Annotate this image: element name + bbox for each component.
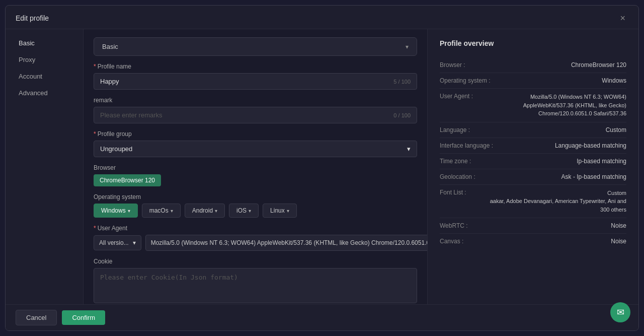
os-ios-label: iOS <box>236 207 247 214</box>
overview-row: Font List :Custom aakar, Adobe Devanagar… <box>440 185 626 219</box>
overview-row: Canvas :Noise <box>440 234 626 249</box>
profile-name-char-count: 5 / 100 <box>393 79 411 85</box>
profile-name-field: *Profile name 5 / 100 <box>94 63 417 90</box>
overview-row: Time zone :Ip-based matching <box>440 154 626 169</box>
os-android-label: Android <box>192 207 213 214</box>
cancel-button[interactable]: Cancel <box>16 310 57 325</box>
os-btn-windows[interactable]: Windows ▾ <box>94 204 138 218</box>
overview-row: User Agent :Mozilla/5.0 (Windows NT 6.3;… <box>440 89 626 122</box>
profile-group-select[interactable]: Ungrouped ▾ <box>94 141 417 157</box>
overview-key: Interface language : <box>440 142 493 149</box>
os-field: Operating system Windows ▾ macOs ▾ Andro… <box>94 193 417 218</box>
modal-title: Edit profile <box>16 14 49 22</box>
overview-value: Ip-based matching <box>577 158 626 165</box>
overview-value: Ask - Ip-based matching <box>561 173 626 180</box>
overview-key: User Agent : <box>440 93 473 100</box>
os-linux-chevron-icon: ▾ <box>287 208 289 214</box>
overview-key: Geolocation : <box>440 173 475 180</box>
cookie-textarea[interactable] <box>94 268 417 303</box>
os-btn-android[interactable]: Android ▾ <box>185 204 225 218</box>
overview-key: Language : <box>440 126 470 133</box>
overview-title: Profile overview <box>440 39 626 47</box>
os-windows-chevron-icon: ▾ <box>128 208 130 214</box>
user-agent-field: *User Agent All versio... ▾ Mozilla/5.0 … <box>94 225 417 251</box>
overview-value: Noise <box>611 238 626 245</box>
overview-value: Noise <box>611 222 626 229</box>
ua-input-wrap: Mozilla/5.0 (Windows NT 6.3; WOW64) Appl… <box>145 235 427 251</box>
os-btn-ios[interactable]: iOS ▾ <box>229 204 259 218</box>
os-macos-chevron-icon: ▾ <box>171 208 173 214</box>
profile-name-label: *Profile name <box>94 63 417 70</box>
sidebar-item-advanced[interactable]: Advanced <box>9 85 80 101</box>
sidebar: BasicProxyAccountAdvanced <box>6 29 84 304</box>
os-btn-macos[interactable]: macOs ▾ <box>142 204 181 218</box>
overview-row: Operating system :Windows <box>440 73 626 89</box>
edit-profile-modal: Edit profile × BasicProxyAccountAdvanced… <box>5 5 639 331</box>
cookie-label: Cookie <box>94 258 417 265</box>
ua-version-select[interactable]: All versio... ▾ <box>94 235 141 250</box>
profile-group-field: *Profile group Ungrouped ▾ <box>94 130 417 157</box>
overview-value: Custom <box>606 126 626 133</box>
browser-field: Browser ChromeBrowser 120 <box>94 164 417 186</box>
remark-input[interactable] <box>100 111 393 119</box>
ua-value: Mozilla/5.0 (Windows NT 6.3; WOW64) Appl… <box>151 239 427 246</box>
remark-char-count: 0 / 100 <box>393 112 411 118</box>
overview-key: Time zone : <box>440 158 471 165</box>
ua-version-label: All versio... <box>99 239 129 246</box>
remark-label: remark <box>94 97 417 104</box>
overview-key: Operating system : <box>440 77 491 84</box>
os-ios-chevron-icon: ▾ <box>249 208 251 214</box>
overview-value: Language-based matching <box>555 142 626 149</box>
close-button[interactable]: × <box>617 13 628 24</box>
overview-row: Interface language :Language-based match… <box>440 138 626 154</box>
sidebar-item-proxy[interactable]: Proxy <box>9 52 80 68</box>
browser-label: Browser <box>94 164 417 171</box>
os-android-chevron-icon: ▾ <box>215 208 217 214</box>
profile-group-value: Ungrouped <box>100 145 132 153</box>
section-basic-header[interactable]: Basic ▾ <box>94 37 417 56</box>
overview-value: Custom aakar, Adobe Devanagari, American… <box>490 189 626 214</box>
remark-field: remark 0 / 100 <box>94 97 417 123</box>
overview-value: Mozilla/5.0 (Windows NT 6.3; WOW64) Appl… <box>523 93 626 118</box>
os-windows-label: Windows <box>101 207 126 214</box>
profile-name-input-wrap: 5 / 100 <box>94 73 417 90</box>
section-chevron-icon: ▾ <box>406 43 409 50</box>
os-label: Operating system <box>94 193 417 200</box>
overview-rows: Browser :ChromeBrowser 120Operating syst… <box>440 57 626 249</box>
overview-key: Canvas : <box>440 238 463 245</box>
sidebar-item-account[interactable]: Account <box>9 69 80 84</box>
ua-row: All versio... ▾ Mozilla/5.0 (Windows NT … <box>94 235 417 251</box>
modal-body: BasicProxyAccountAdvanced Basic ▾ *Profi… <box>6 29 638 304</box>
overview-value: Windows <box>602 77 626 84</box>
overview-row: Browser :ChromeBrowser 120 <box>440 57 626 73</box>
os-macos-label: macOs <box>149 207 169 214</box>
overview-key: Font List : <box>440 189 466 196</box>
user-agent-label: *User Agent <box>94 225 417 232</box>
modal-header: Edit profile × <box>6 6 638 29</box>
remark-input-wrap: 0 / 100 <box>94 107 417 123</box>
ua-version-chevron-icon: ▾ <box>133 239 136 246</box>
os-buttons-group: Windows ▾ macOs ▾ Android ▾ iOS ▾ <box>94 204 417 218</box>
overview-key: WebRTC : <box>440 222 468 229</box>
confirm-button[interactable]: Confirm <box>62 310 105 325</box>
overview-row: Language :Custom <box>440 122 626 138</box>
profile-group-chevron-icon: ▾ <box>407 145 411 153</box>
overview-value: ChromeBrowser 120 <box>571 61 626 69</box>
os-linux-label: Linux <box>270 207 285 214</box>
profile-name-input[interactable] <box>100 78 393 85</box>
overview-row: Geolocation :Ask - Ip-based matching <box>440 169 626 185</box>
overview-row: WebRTC :Noise <box>440 218 626 234</box>
os-btn-linux[interactable]: Linux ▾ <box>263 204 297 218</box>
overview-key: Browser : <box>440 61 465 69</box>
profile-group-label: *Profile group <box>94 130 417 138</box>
section-basic-label: Basic <box>102 43 118 50</box>
browser-badge: ChromeBrowser 120 <box>94 174 161 186</box>
profile-overview-panel: Profile overview Browser :ChromeBrowser … <box>427 29 638 304</box>
chat-icon: ✉ <box>617 307 624 318</box>
main-form: Basic ▾ *Profile name 5 / 100 remark 0 /… <box>84 29 427 304</box>
chat-fab-button[interactable]: ✉ <box>610 302 630 322</box>
cookie-field: Cookie <box>94 258 417 303</box>
browser-badge-value: ChromeBrowser 120 <box>100 177 155 184</box>
modal-footer: Cancel Confirm <box>6 304 638 330</box>
sidebar-item-basic[interactable]: Basic <box>9 35 80 51</box>
